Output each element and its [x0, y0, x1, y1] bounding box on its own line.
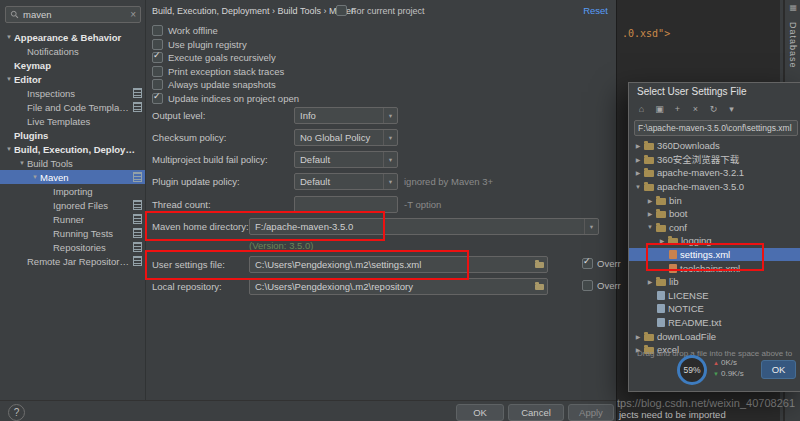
chevron-down-icon[interactable]: ▼ [4, 34, 14, 40]
user-settings-label: User settings file: [152, 256, 225, 273]
new-folder-icon[interactable]: + [671, 102, 684, 116]
tree-item-360downloads[interactable]: ▶360Downloads [629, 139, 800, 153]
chevron-right-icon[interactable]: ▶ [633, 169, 643, 176]
tool-window-database-button[interactable]: Database [788, 22, 798, 69]
sidebar-item-label: Importing [53, 186, 142, 197]
cancel-button[interactable]: Cancel [508, 404, 564, 421]
sidebar-item-live-templates[interactable]: Live Templates [0, 114, 145, 128]
sidebar-item-plugins[interactable]: Plugins [0, 128, 145, 142]
checkbox-box[interactable] [152, 25, 163, 36]
for-current-project-checkbox[interactable]: For current project [336, 5, 425, 16]
chooser-ok-button[interactable]: OK [761, 360, 796, 379]
browse-folder-icon[interactable] [535, 284, 544, 290]
checkbox-always-update-snapshots[interactable]: Always update snapshots [152, 78, 299, 92]
checkbox-box[interactable] [152, 52, 163, 63]
chevron-right-icon[interactable]: ▶ [633, 156, 643, 163]
chevron-right-icon[interactable]: ▶ [645, 278, 655, 285]
tree-item-readme-txt[interactable]: README.txt [629, 316, 800, 330]
tree-item-settings-xml[interactable]: settings.xml [629, 248, 800, 262]
checkbox-label: Execute goals recursively [168, 52, 276, 63]
sidebar-item-editor[interactable]: ▼Editor [0, 72, 145, 86]
sidebar-item-inspections[interactable]: Inspections [0, 86, 145, 100]
settings-search-field[interactable]: maven [5, 6, 141, 23]
chevron-down-icon[interactable]: ▼ [4, 146, 14, 152]
tree-item-conf[interactable]: ▼conf [629, 221, 800, 235]
help-button[interactable]: ? [8, 404, 25, 421]
clear-search-icon[interactable] [130, 7, 136, 22]
multiproject-fail-combo[interactable]: Default [294, 151, 398, 168]
chevron-right-icon[interactable]: ▶ [633, 333, 643, 340]
tree-item-logging[interactable]: ▶logging [629, 234, 800, 248]
checkbox-print-exception-stack-traces[interactable]: Print exception stack traces [152, 65, 299, 79]
checkbox-box[interactable] [152, 66, 163, 77]
sidebar-item-runner[interactable]: Runner [0, 212, 145, 226]
chevron-down-icon[interactable]: ▼ [633, 184, 643, 190]
tree-item-lib[interactable]: ▶lib [629, 275, 800, 289]
user-settings-override[interactable]: Overr [582, 258, 621, 269]
tree-item-apache-maven-3-2-1[interactable]: ▶apache-maven-3.2.1 [629, 166, 800, 180]
local-repository-override[interactable]: Overr [582, 280, 621, 291]
browse-folder-icon[interactable] [535, 262, 544, 268]
tree-item-360[interactable]: ▶360安全浏览器下载 [629, 153, 800, 167]
breadcrumb: Build, Execution, Deployment › Build Too… [152, 6, 356, 16]
home-icon[interactable]: ⌂ [635, 102, 648, 116]
user-settings-input[interactable]: C:\Users\Pengdexiong\.m2\settings.xml [249, 256, 548, 273]
sidebar-item-repositories[interactable]: Repositories [0, 240, 145, 254]
sidebar-item-maven[interactable]: ▼Maven [0, 170, 145, 184]
output-level-combo[interactable]: Info [294, 107, 398, 124]
sidebar-item-remote-jar-repositories[interactable]: Remote Jar Repositories [0, 254, 145, 268]
local-repository-override-box[interactable] [582, 280, 593, 291]
sidebar-item-running-tests[interactable]: Running Tests [0, 226, 145, 240]
tree-item-notice[interactable]: NOTICE [629, 302, 800, 316]
chevron-right-icon[interactable]: ▶ [633, 142, 643, 149]
settings-page-icon [133, 172, 142, 182]
maven-home-combo[interactable]: F:/apache-maven-3.5.0 [249, 218, 599, 235]
reset-link[interactable]: Reset [583, 5, 608, 16]
checkbox-box[interactable] [152, 93, 163, 104]
sidebar-item-ignored-files[interactable]: Ignored Files [0, 198, 145, 212]
user-settings-override-box[interactable] [582, 258, 593, 269]
sidebar-item-build-execution-deployment[interactable]: ▼Build, Execution, Deployment [0, 142, 145, 156]
collapse-all-icon[interactable]: ▾ [725, 102, 738, 116]
checksum-policy-combo[interactable]: No Global Policy [294, 129, 398, 146]
for-current-project-box[interactable] [336, 5, 347, 16]
search-value: maven [23, 7, 126, 22]
plugin-update-label: Plugin update policy: [152, 173, 240, 190]
sidebar-item-build-tools[interactable]: ▼Build Tools [0, 156, 145, 170]
tree-item-downloadfile[interactable]: ▶downLoadFile [629, 329, 800, 343]
tree-item-bin[interactable]: ▶bin [629, 193, 800, 207]
tree-item-toolchains-xml[interactable]: toolchains.xml [629, 261, 800, 275]
tree-item-license[interactable]: LICENSE [629, 289, 800, 303]
tool-windows-grid-icon[interactable] [789, 3, 797, 12]
chevron-down-icon[interactable]: ▼ [4, 76, 14, 82]
desktop-icon[interactable]: ▣ [653, 102, 666, 116]
tree-item-apache-maven-3-5-0[interactable]: ▼apache-maven-3.5.0 [629, 180, 800, 194]
checkbox-update-indices-on-project-open[interactable]: Update indices on project open [152, 92, 299, 106]
chevron-right-icon[interactable]: ▶ [645, 210, 655, 217]
refresh-icon[interactable]: ↻ [707, 102, 720, 116]
checkbox-execute-goals-recursively[interactable]: Execute goals recursively [152, 51, 299, 65]
sidebar-item-notifications[interactable]: Notifications [0, 44, 145, 58]
sidebar-item-file-and-code-templates[interactable]: File and Code Templates [0, 100, 145, 114]
sidebar-item-importing[interactable]: Importing [0, 184, 145, 198]
thread-count-input[interactable] [294, 196, 398, 213]
checkbox-box[interactable] [152, 79, 163, 90]
chooser-path-input[interactable]: F:\apache-maven-3.5.0\conf\settings.xml [634, 120, 798, 136]
apply-button[interactable]: Apply [568, 404, 614, 421]
checkbox-work-offline[interactable]: Work offline [152, 24, 299, 38]
tree-item-boot[interactable]: ▶boot [629, 207, 800, 221]
plugin-update-combo[interactable]: Default [294, 173, 398, 190]
delete-icon[interactable]: × [689, 102, 702, 116]
sidebar-item-appearance-behavior[interactable]: ▼Appearance & Behavior [0, 30, 145, 44]
sidebar-item-keymap[interactable]: Keymap [0, 58, 145, 72]
chevron-down-icon[interactable]: ▼ [645, 224, 655, 230]
chevron-down-icon[interactable]: ▼ [30, 174, 40, 180]
ok-button[interactable]: OK [456, 404, 504, 421]
maven-home-value: F:/apache-maven-3.5.0 [250, 219, 584, 234]
chevron-right-icon[interactable]: ▶ [645, 197, 655, 204]
checkbox-use-plugin-registry[interactable]: Use plugin registry [152, 38, 299, 52]
chevron-right-icon[interactable]: ▶ [657, 237, 667, 244]
local-repository-input[interactable]: C:\Users\Pengdexiong\.m2\repository [249, 278, 548, 295]
checkbox-box[interactable] [152, 39, 163, 50]
chevron-down-icon[interactable]: ▼ [17, 160, 27, 166]
